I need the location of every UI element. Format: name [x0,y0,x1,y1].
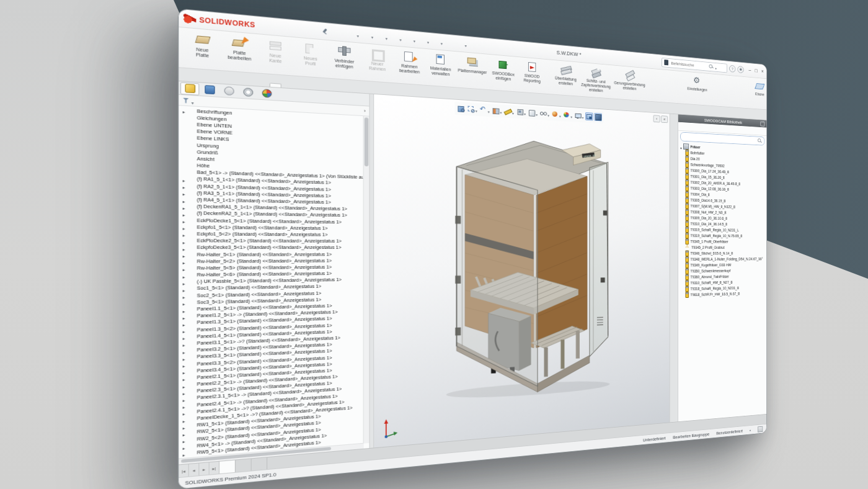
library-tool-row[interactable]: T9345_1 Profil_Oberfräser [685,238,766,244]
command-tab[interactable] [270,83,281,87]
close-button[interactable]: × [761,69,764,74]
collapse-caret-icon[interactable] [680,142,681,151]
filter-icon[interactable] [183,97,189,103]
qat-button[interactable] [376,30,388,43]
command-tab[interactable] [209,79,221,84]
menu-item[interactable] [309,29,317,32]
scrollbar-thumb[interactable] [365,117,369,166]
command-tab[interactable] [304,85,316,89]
ribbon-button[interactable]: Neue Platte [184,29,221,70]
ribbon-button[interactable]: Gerungsverbindung erstellen [613,66,647,100]
ribbon-button[interactable]: Rahmen bearbeiten [394,47,425,84]
command-tab[interactable] [233,80,246,85]
tab-dimxpert-manager[interactable] [239,86,257,99]
dropdown-caret-icon[interactable] [500,105,502,116]
ribbon-button[interactable]: Platte bearbeiten [221,32,258,72]
filter-caret-icon[interactable] [192,94,194,107]
task-pane-tab[interactable] [671,143,676,148]
book-icon[interactable] [694,125,698,130]
view-tool-button[interactable] [539,107,550,120]
dropdown-caret-icon[interactable] [356,29,358,40]
ribbon-button[interactable]: Verbinder einfügen [327,42,361,79]
view-tool-button[interactable] [574,110,584,122]
qat-button[interactable] [361,29,374,42]
dropdown-caret-icon[interactable] [427,35,429,47]
ribbon-button[interactable]: SWOODBox einfügen [489,56,518,91]
dropdown-caret-icon[interactable] [399,32,401,43]
expand-arrow-icon[interactable] [183,105,187,116]
ribbon-button[interactable]: Ebene [748,78,767,109]
dropdown-caret-icon[interactable] [476,104,477,115]
view-tool-button[interactable] [456,104,465,113]
qat-button[interactable] [418,34,430,47]
dropdown-caret-icon[interactable] [371,30,373,41]
minimize-button[interactable]: – [749,68,751,73]
document-tab[interactable] [252,457,267,470]
dropdown-caret-icon[interactable] [559,109,561,120]
view-tool-button[interactable] [562,109,573,121]
command-tab[interactable] [246,81,257,86]
library-tool-row[interactable]: T9345_2 Profil_Gratnut [685,244,766,251]
ribbon-button[interactable]: Plattenmanager [456,53,489,89]
dropdown-caret-icon[interactable] [414,34,415,45]
status-grid-icon[interactable] [758,426,763,432]
flyout-expand-icon[interactable]: › [364,108,366,114]
tab-scroll-last-button[interactable]: ▸| [210,462,219,475]
tab-feature-manager[interactable] [180,82,200,95]
document-tab[interactable] [219,460,236,474]
document-tab[interactable] [236,459,252,472]
menu-item[interactable] [283,26,291,29]
tab-property-manager[interactable] [200,83,219,96]
command-tab[interactable] [258,82,270,87]
search-caret-icon[interactable] [715,62,716,72]
dropdown-caret-icon[interactable] [536,108,538,119]
command-tab[interactable] [281,84,293,89]
ribbon-button[interactable]: Überblattung erstellen [552,61,579,96]
search-input[interactable] [670,60,708,69]
restore-button[interactable]: □ [755,68,758,73]
sauna-3d-model[interactable]: 00000 00 [430,121,626,406]
qat-button[interactable] [347,27,360,40]
command-tab[interactable] [327,87,339,91]
tab-scroll-prev-button[interactable]: ◂ [189,464,200,477]
ribbon-button[interactable]: Schlitz- und Zapfenverbindung erstellen [580,64,613,98]
ribbon-button[interactable]: Neuer Rahmen [361,45,393,82]
pin-menu-icon[interactable] [321,28,328,35]
feature-tree-row[interactable]: EckPloDecke2_5<1> (Standard) <<Standard>… [179,237,369,244]
ribbon-button[interactable]: Neues Profil [293,38,328,77]
refresh-icon[interactable] [681,124,685,129]
dropdown-caret-icon[interactable] [582,111,584,122]
ribbon-button[interactable]: SWOOD Reporting [518,58,546,93]
task-pane-tab[interactable] [671,117,676,122]
command-tab[interactable] [316,86,327,91]
menu-item[interactable] [301,28,308,31]
units-caret-icon[interactable] [750,428,751,433]
command-tab[interactable] [221,79,234,84]
command-tab[interactable] [196,78,208,83]
view-tool-button[interactable] [595,113,603,121]
collapse-pane-button[interactable]: ‹ [653,115,660,122]
graphics-viewport[interactable]: ‹ « 000 [374,94,670,447]
feature-tree-row[interactable]: EckpfoDecke3_5<1> (Standard) <<Standard>… [179,244,369,251]
command-tab[interactable] [184,77,196,82]
dropdown-caret-icon[interactable] [524,107,526,118]
library-search-input[interactable] [683,134,758,143]
qat-button[interactable] [445,38,454,47]
qat-button[interactable] [432,35,443,48]
view-tool-button[interactable] [585,112,593,121]
view-tool-button[interactable] [492,104,503,117]
dropdown-caret-icon[interactable] [570,110,572,121]
dropdown-caret-icon[interactable] [386,31,388,42]
task-pane-tab[interactable] [671,160,676,166]
dropdown-caret-icon[interactable] [441,37,443,48]
menu-item[interactable] [292,27,299,30]
menu-item[interactable] [266,24,273,27]
status-units[interactable]: Benutzerdefiniert [716,428,743,436]
task-pane-tab[interactable] [671,125,676,131]
help-button[interactable]: ? [729,65,735,72]
menu-item[interactable] [275,25,282,29]
tab-scroll-first-button[interactable]: |◂ [179,464,189,477]
library-tool-row[interactable]: T9319_SchaR_Regla_10_N.75.65_8 [685,233,766,239]
task-pane-tab[interactable] [671,151,676,157]
expand-pane-button[interactable]: « [661,115,668,123]
